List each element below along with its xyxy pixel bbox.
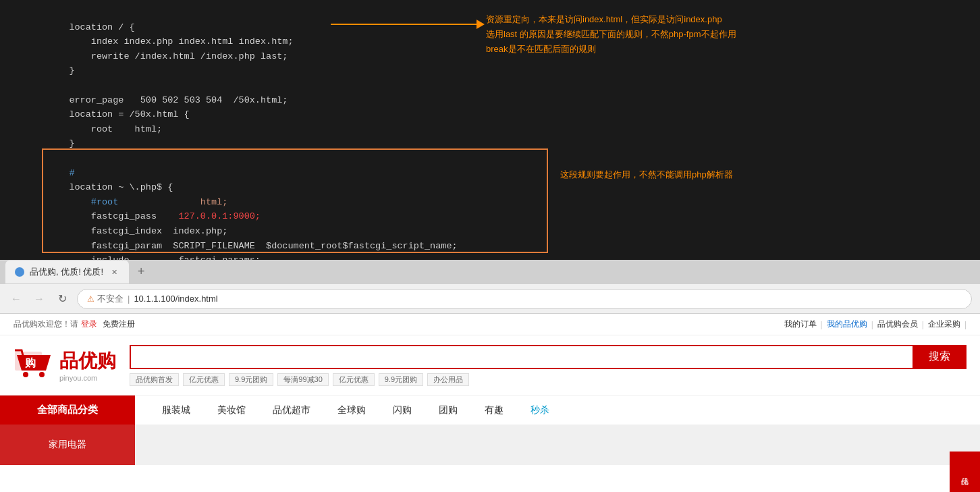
insecure-label: 不安全	[97, 293, 124, 305]
svg-point-2	[39, 372, 45, 377]
search-tag-4[interactable]: 亿元优惠	[333, 373, 375, 386]
my-orders-link[interactable]: 我的订单	[784, 319, 817, 330]
side-content	[135, 425, 980, 465]
logo-pinyin: pinyou.com	[59, 374, 116, 382]
browser-chrome: 品优购, 优质! 优质! ✕ + ← → ↻ ⚠ 不安全 | 10.1.1.10…	[0, 260, 980, 492]
refresh-button[interactable]: ↻	[54, 291, 70, 307]
nav-link-fun[interactable]: 有趣	[471, 395, 517, 425]
search-box: 搜索	[130, 345, 967, 369]
site-top-right: 我的订单 | 我的品优购 | 品优购会员 | 企业采购 |	[784, 319, 967, 330]
site-nav: 全部商品分类 服装城 美妆馆 品优超市 全球购 闪购 团购 有趣 秒杀	[0, 395, 980, 425]
search-button[interactable]: 搜索	[913, 345, 967, 369]
nav-link-beauty[interactable]: 美妆馆	[204, 395, 259, 425]
browser-tab-active[interactable]: 品优购, 优质! 优质! ✕	[5, 261, 129, 283]
address-separator: |	[128, 294, 130, 304]
code-editor: location / { index index.php index.html …	[0, 0, 980, 260]
site-top-bar: 品优购欢迎您！请 登录 免费注册 我的订单 | 我的品优购 | 品优购会员 | …	[0, 314, 980, 335]
address-bar: ← → ↻ ⚠ 不安全 | 10.1.1.100/index.html	[0, 284, 980, 314]
nav-link-global[interactable]: 全球购	[324, 395, 379, 425]
nav-link-flash[interactable]: 闪购	[379, 395, 425, 425]
search-tags: 品优购首发 亿元优惠 9.9元团购 每满99减30 亿元优惠 9.9元团购 办公…	[130, 373, 967, 386]
welcome-text: 品优购欢迎您！请	[13, 319, 78, 330]
back-icon: ←	[11, 293, 22, 305]
search-area: 搜索 品优购首发 亿元优惠 9.9元团购 每满99减30 亿元优惠 9.9元团购…	[130, 345, 967, 386]
search-tag-1[interactable]: 亿元优惠	[183, 373, 225, 386]
tab-close-button[interactable]: ✕	[109, 267, 119, 277]
website-content: 品优购欢迎您！请 登录 免费注册 我的订单 | 我的品优购 | 品优购会员 | …	[0, 314, 980, 492]
arrow-head-1	[477, 20, 485, 29]
annotation-2: 这段规则要起作用，不然不能调用php解析器	[560, 169, 830, 181]
search-tag-5[interactable]: 9.9元团购	[379, 373, 423, 386]
site-nav-links: 服装城 美妆馆 品优超市 全球购 闪购 团购 有趣 秒杀	[135, 395, 563, 425]
forward-icon: →	[34, 293, 45, 305]
nav-link-clothes[interactable]: 服装城	[148, 395, 204, 425]
divider-3: |	[922, 320, 924, 329]
svg-point-1	[23, 372, 28, 377]
divider-2: |	[871, 320, 873, 329]
annotation-1: 资源重定向，本来是访问index.html，但实际是访问index.php 选用…	[486, 12, 945, 57]
site-top-left: 品优购欢迎您！请 登录 免费注册	[13, 319, 135, 330]
forward-button[interactable]: →	[31, 291, 47, 307]
login-link[interactable]: 登录	[81, 319, 97, 330]
nav-link-supermarket[interactable]: 品优超市	[259, 395, 324, 425]
site-bottom-area: 家用电器 品优	[0, 425, 980, 465]
divider-1: |	[821, 320, 823, 329]
svg-text:购: 购	[24, 357, 36, 370]
search-tag-0[interactable]: 品优购首发	[130, 373, 179, 386]
side-category-appliances[interactable]: 家用电器	[0, 425, 135, 465]
nav-link-group[interactable]: 团购	[425, 395, 471, 425]
refresh-icon: ↻	[58, 292, 67, 305]
insecure-icon: ⚠	[87, 294, 94, 304]
annotation-2-text: 这段规则要起作用，不然不能调用php解析器	[560, 169, 733, 180]
my-pinyou-link[interactable]: 我的品优购	[827, 319, 867, 330]
back-button[interactable]: ←	[8, 291, 24, 307]
member-link[interactable]: 品优购会员	[877, 319, 918, 330]
nav-link-flash-sale[interactable]: 秒杀	[517, 395, 563, 425]
site-header: 购 品优购 pinyou.com 搜索 品优购首发 亿元优惠	[0, 335, 980, 395]
logo-chinese: 品优购	[59, 348, 116, 374]
enterprise-link[interactable]: 企业采购	[928, 319, 960, 330]
tab-title: 品优购, 优质! 优质!	[30, 266, 103, 278]
search-tag-6[interactable]: 办公用品	[427, 373, 469, 386]
register-link[interactable]: 免费注册	[103, 319, 135, 330]
divider-4: |	[964, 320, 967, 329]
new-tab-button[interactable]: +	[132, 263, 151, 281]
logo-text-area: 品优购 pinyou.com	[59, 348, 116, 382]
annotation-1-text: 资源重定向，本来是访问index.html，但实际是访问index.php 选用…	[486, 14, 736, 54]
right-partial-element: 品优	[950, 452, 980, 492]
arrow-line-1	[331, 24, 479, 25]
address-url: 10.1.1.100/index.html	[134, 294, 217, 304]
tab-favicon	[15, 267, 24, 277]
logo-svg: 购	[13, 345, 54, 385]
categories-button[interactable]: 全部商品分类	[0, 395, 135, 425]
address-input[interactable]: ⚠ 不安全 | 10.1.1.100/index.html	[77, 289, 972, 309]
search-tag-2[interactable]: 9.9元团购	[229, 373, 273, 386]
search-tag-3[interactable]: 每满99减30	[277, 373, 328, 386]
search-input[interactable]	[130, 345, 913, 369]
tab-bar: 品优购, 优质! 优质! ✕ +	[0, 260, 980, 284]
site-logo: 购 品优购 pinyou.com	[13, 345, 116, 385]
